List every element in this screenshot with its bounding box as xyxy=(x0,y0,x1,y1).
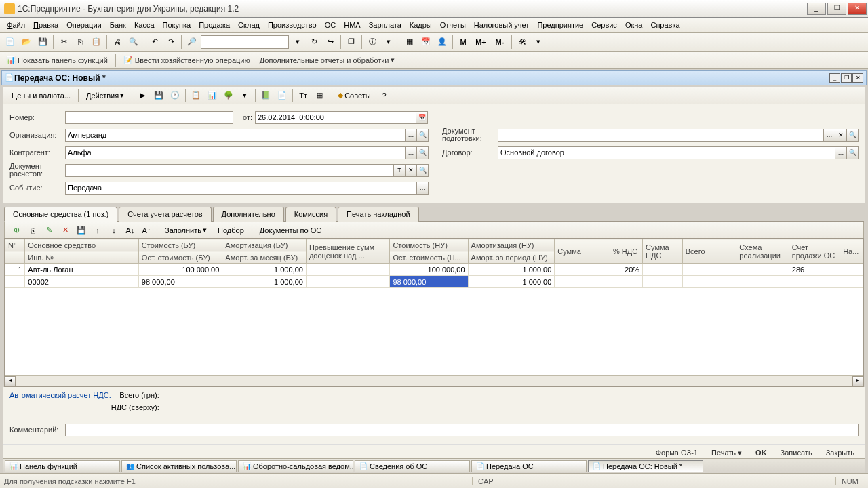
copy-icon[interactable]: ⎘ xyxy=(73,35,87,49)
contragent-input[interactable]: Альфа xyxy=(65,146,406,159)
form-oz-button[interactable]: Форма ОЗ-1 xyxy=(652,447,702,459)
col-rest-nu[interactable]: Ост. стоимость (Н... xyxy=(390,251,468,264)
col-inv[interactable]: Инв. № xyxy=(25,251,139,264)
menu-windows[interactable]: Окна xyxy=(621,19,647,31)
menu-os[interactable]: ОС xyxy=(321,19,340,31)
doc-close-button[interactable]: ✕ xyxy=(852,73,863,83)
report-icon[interactable]: 📄 xyxy=(275,88,290,103)
advice-button[interactable]: ◆ Советы xyxy=(333,89,375,102)
comment-input[interactable] xyxy=(65,424,859,436)
menu-sale[interactable]: Продажа xyxy=(195,19,234,31)
clock-icon[interactable]: 🕐 xyxy=(167,88,182,103)
col-scheme[interactable]: Схема реализации xyxy=(736,239,789,264)
copy-row-icon[interactable]: ⎘ xyxy=(25,223,40,238)
print-button[interactable]: Печать ▾ xyxy=(707,447,746,459)
contract-lookup-icon[interactable]: 🔍 xyxy=(847,146,859,159)
doc-minimize-button[interactable]: _ xyxy=(829,73,840,83)
minimize-button[interactable]: _ xyxy=(807,3,826,15)
show-panel-button[interactable]: 📊Показать панель функций xyxy=(3,54,111,66)
chevron-icon[interactable]: ▾ xyxy=(237,88,252,103)
auto-vat-link[interactable]: Автоматический расчет НДС. xyxy=(9,391,111,411)
menu-enterprise[interactable]: Предприятие xyxy=(533,19,587,31)
org-select-icon[interactable]: … xyxy=(406,129,417,142)
task-item-active[interactable]: 📄 Передача ОС: Новый * xyxy=(588,460,703,472)
tab-additional[interactable]: Дополнительно xyxy=(213,207,284,222)
post-icon[interactable]: ▶ xyxy=(135,88,150,103)
col-amort-bu[interactable]: Амортизация (БУ) xyxy=(222,239,307,251)
number-input[interactable] xyxy=(65,111,233,124)
move-up-icon[interactable]: ↑ xyxy=(90,223,105,238)
contragent-lookup-icon[interactable]: 🔍 xyxy=(417,146,429,159)
calc-doc-lookup-icon[interactable]: 🔍 xyxy=(417,164,429,177)
menu-file[interactable]: Файл xyxy=(3,19,29,31)
event-input[interactable]: Передача xyxy=(65,182,417,195)
col-amort-nu[interactable]: Амортизация (НУ) xyxy=(468,239,555,251)
search-input[interactable] xyxy=(201,35,289,49)
scroll-left-icon[interactable]: ◂ xyxy=(5,376,16,386)
grid[interactable]: N° Основное средство Стоимость (БУ) Амор… xyxy=(4,238,864,387)
menu-operations[interactable]: Операции xyxy=(62,19,105,31)
col-vat-pct[interactable]: % НДС xyxy=(610,239,642,264)
enter-operation-button[interactable]: 📝Ввести хозяйственную операцию xyxy=(120,54,254,66)
sort-asc-icon[interactable]: A↓ xyxy=(123,223,138,238)
chevron-down-icon[interactable]: ▾ xyxy=(381,35,396,49)
contract-input[interactable]: Основной договор xyxy=(498,146,835,159)
menu-help[interactable]: Справка xyxy=(646,19,684,31)
calc-doc-t-icon[interactable]: T xyxy=(394,164,406,177)
save-button[interactable]: Записать xyxy=(776,447,816,459)
m-button[interactable]: M xyxy=(456,35,471,49)
basis-icon[interactable]: 📋 xyxy=(189,88,203,103)
close-doc-button[interactable]: Закрыть xyxy=(822,447,859,459)
menu-hr[interactable]: Кадры xyxy=(406,19,436,31)
save-grid-icon[interactable]: 💾 xyxy=(74,223,89,238)
col-acct[interactable]: Счет продажи ОС xyxy=(789,239,840,264)
tab-accounts[interactable]: Счета учета расчетов xyxy=(119,207,211,222)
prep-doc-lookup-icon[interactable]: 🔍 xyxy=(847,129,859,142)
calc-doc-input[interactable] xyxy=(65,164,394,177)
prep-doc-clear-icon[interactable]: ✕ xyxy=(835,129,847,142)
selected-cell[interactable]: 98 000,00 xyxy=(390,276,468,288)
chevron-down-icon-2[interactable]: ▾ xyxy=(531,35,546,49)
col-vat-sum[interactable]: Сумма НДС xyxy=(643,239,683,264)
menu-edit[interactable]: Правка xyxy=(29,19,62,31)
col-amort-m[interactable]: Аморт. за месяц (БУ) xyxy=(222,251,307,264)
preview-icon[interactable]: 🔍 xyxy=(126,35,141,49)
docs-os-button[interactable]: Документы по ОС xyxy=(255,224,326,237)
move-down-icon[interactable]: ↓ xyxy=(106,223,121,238)
m-plus-button[interactable]: M+ xyxy=(472,35,490,49)
calendar-icon[interactable]: 📅 xyxy=(418,35,433,49)
tab-main-assets[interactable]: Основные средства (1 поз.) xyxy=(4,207,117,222)
fill-button[interactable]: Заполнить ▾ xyxy=(160,224,212,237)
refresh-icon[interactable]: ↻ xyxy=(307,35,321,49)
col-asset[interactable]: Основное средство xyxy=(25,239,139,251)
nav-icon[interactable]: ↪ xyxy=(323,35,338,49)
cut-icon[interactable]: ✂ xyxy=(56,35,71,49)
tab-commission[interactable]: Комиссия xyxy=(285,207,336,222)
redo-icon[interactable]: ↷ xyxy=(163,35,178,49)
maximize-button[interactable]: ❐ xyxy=(827,3,846,15)
event-select-icon[interactable]: … xyxy=(417,182,429,195)
window-icon[interactable]: ❐ xyxy=(344,35,359,49)
prep-doc-select-icon[interactable]: … xyxy=(824,129,835,142)
calc-doc-clear-icon[interactable]: ✕ xyxy=(406,164,417,177)
save-post-icon[interactable]: 💾 xyxy=(151,88,166,103)
menu-nma[interactable]: НМА xyxy=(340,19,364,31)
add-row-icon[interactable]: ⊕ xyxy=(9,223,24,238)
menu-salary[interactable]: Зарплата xyxy=(365,19,406,31)
col-amort-p[interactable]: Аморт. за период (НУ) xyxy=(468,251,555,264)
ok-button[interactable]: OK xyxy=(751,447,771,459)
prices-currency-button[interactable]: Цены и валюта... xyxy=(7,89,75,102)
calendar-picker-icon[interactable]: 📅 xyxy=(416,111,428,124)
col-sum[interactable]: Сумма xyxy=(555,239,610,264)
close-button[interactable]: ✕ xyxy=(848,3,867,15)
tt-icon[interactable]: Тт xyxy=(296,88,311,103)
menu-production[interactable]: Производство xyxy=(264,19,321,31)
edit-row-icon[interactable]: ✎ xyxy=(41,223,56,238)
org-lookup-icon[interactable]: 🔍 xyxy=(417,129,429,142)
m-minus-button[interactable]: M- xyxy=(491,35,509,49)
search-icon[interactable]: 🔎 xyxy=(184,35,199,49)
col-total[interactable]: Всего xyxy=(682,239,736,264)
paste-icon[interactable]: 📋 xyxy=(89,35,104,49)
tab-print-invoice[interactable]: Печать накладной xyxy=(338,207,419,222)
dt-kt-icon[interactable]: 📗 xyxy=(258,88,273,103)
